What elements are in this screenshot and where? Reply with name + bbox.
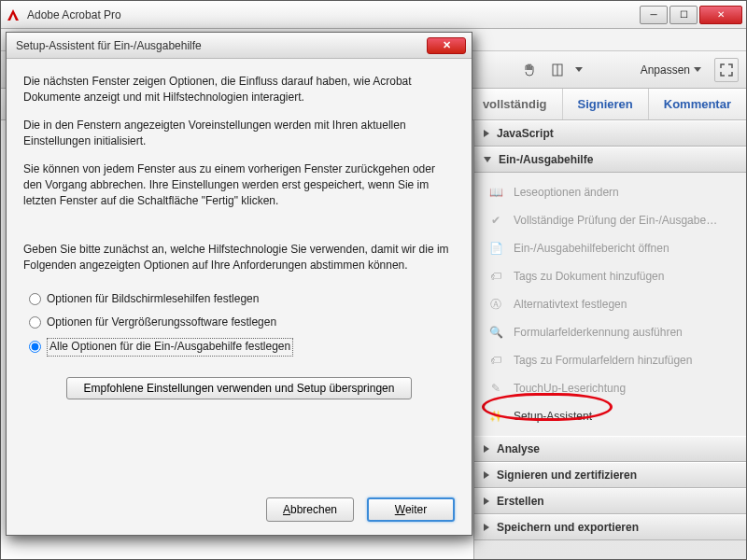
setup-wizard-dialog: Setup-Assistent für Ein-/Ausgabehilfe ✕ …: [6, 32, 472, 536]
customize-label: Anpassen: [641, 63, 690, 77]
tool-label: Leseoptionen ändern: [514, 186, 619, 199]
dialog-paragraph: Geben Sie bitte zunächst an, welche Hilf…: [23, 242, 455, 274]
maximize-button[interactable]: ☐: [669, 6, 698, 24]
chevron-right-icon: [484, 445, 489, 453]
dropdown-caret-icon[interactable]: [575, 67, 583, 72]
section-analyse[interactable]: Analyse: [474, 436, 746, 462]
tool-label: Vollständige Prüfung der Ein-/Ausgabe…: [514, 214, 717, 227]
app-title: Adobe Acrobat Pro: [27, 8, 638, 21]
radio-label: Optionen für Vergrößerungssoftware festl…: [47, 315, 276, 330]
tool-label: Tags zu Formularfeldern hinzufügen: [514, 354, 692, 367]
hand-tool-icon[interactable]: [519, 60, 540, 80]
radio-input[interactable]: [29, 341, 41, 353]
section-label: Signieren und zertifizieren: [497, 469, 637, 482]
tool-label: Alternativtext festlegen: [514, 298, 627, 311]
tool-label: Setup-Assistent: [514, 410, 592, 423]
tool-label: TouchUp-Leserichtung: [514, 382, 626, 395]
tab-signieren[interactable]: Signieren: [562, 89, 648, 119]
dialog-close-button[interactable]: ✕: [427, 37, 466, 54]
section-accessibility-body: 📖Leseoptionen ändern ✔Vollständige Prüfu…: [474, 173, 746, 436]
tool-label: Tags zu Dokument hinzufügen: [514, 270, 664, 283]
check-circle-icon: ✔: [487, 212, 504, 229]
radio-group: Optionen für Bildschirmlesehilfen festle…: [29, 287, 455, 360]
chevron-down-icon: [484, 157, 491, 162]
chevron-right-icon: [484, 130, 489, 137]
tool-pruefung[interactable]: ✔Vollständige Prüfung der Ein-/Ausgabe…: [474, 206, 746, 234]
tool-tagsdoc[interactable]: 🏷Tags zu Dokument hinzufügen: [474, 262, 746, 290]
tag-icon: 🏷: [487, 268, 504, 285]
dialog-footer: Abbrechen Weiter: [266, 497, 455, 522]
radio-screenreader[interactable]: Optionen für Bildschirmlesehilfen festle…: [29, 287, 455, 311]
minimize-button[interactable]: ─: [640, 6, 668, 24]
use-recommended-button[interactable]: Empfohlene Einstellungen verwenden und S…: [66, 377, 413, 399]
acrobat-logo-icon: [5, 7, 21, 23]
touchup-icon: ✎: [487, 380, 504, 397]
app-titlebar[interactable]: Adobe Acrobat Pro ─ ☐ ✕: [1, 1, 746, 29]
tool-touchup[interactable]: ✎TouchUp-Leserichtung: [474, 374, 746, 402]
section-label: Speichern und exportieren: [497, 521, 639, 534]
dialog-titlebar[interactable]: Setup-Assistent für Ein-/Ausgabehilfe ✕: [7, 33, 472, 59]
section-label: JavaScript: [497, 127, 554, 140]
caret-icon: [694, 67, 701, 72]
close-button[interactable]: ✕: [699, 6, 742, 24]
dialog-paragraph: Sie können von jedem Fenster aus zu eine…: [23, 161, 455, 210]
report-icon: 📄: [487, 240, 504, 257]
wand-icon: ✨: [487, 408, 504, 425]
radio-all-options[interactable]: Alle Optionen für die Ein-/Ausgabehilfe …: [29, 334, 455, 359]
tool-setup-assistent[interactable]: ✨Setup-Assistent: [474, 402, 746, 430]
tag-form-icon: 🏷: [487, 352, 504, 369]
text-icon: Ⓐ: [487, 296, 504, 313]
tool-formfeld[interactable]: 🔍Formularfelderkennung ausführen: [474, 318, 746, 346]
section-speichern[interactable]: Speichern und exportieren: [474, 514, 746, 540]
section-javascript[interactable]: JavaScript: [474, 120, 746, 147]
dialog-paragraph: Die nächsten Fenster zeigen Optionen, di…: [23, 74, 455, 106]
radio-input[interactable]: [29, 293, 41, 305]
radio-label: Optionen für Bildschirmlesehilfen festle…: [47, 291, 259, 307]
radio-magnifier[interactable]: Optionen für Vergrößerungssoftware festl…: [29, 311, 455, 334]
chevron-right-icon: [484, 524, 489, 531]
tool-tagsform[interactable]: 🏷Tags zu Formularfeldern hinzufügen: [474, 346, 746, 374]
dialog-paragraph: Die in den Fenstern angezeigten Voreinst…: [23, 118, 455, 150]
section-label: Ein-/Ausgabehilfe: [499, 153, 593, 166]
tool-label: Formularfelderkennung ausführen: [514, 326, 683, 339]
chevron-right-icon: [484, 497, 489, 505]
form-icon: 🔍: [487, 324, 504, 341]
tool-label: Ein-/Ausgabehilfebericht öffnen: [514, 242, 669, 255]
section-accessibility[interactable]: Ein-/Ausgabehilfe: [474, 147, 746, 173]
next-button[interactable]: Weiter: [367, 497, 455, 522]
dialog-body: Die nächsten Fenster zeigen Optionen, di…: [7, 59, 472, 411]
section-signieren[interactable]: Signieren und zertifizieren: [474, 462, 746, 488]
chevron-right-icon: [484, 471, 489, 479]
page-view-icon[interactable]: [547, 60, 568, 80]
customize-menu[interactable]: Anpassen: [635, 62, 707, 78]
book-icon: 📖: [487, 184, 504, 201]
dialog-title: Setup-Assistent für Ein-/Ausgabehilfe: [12, 39, 427, 52]
tab-kommentar[interactable]: Kommentar: [648, 89, 746, 119]
section-label: Analyse: [497, 442, 540, 455]
cancel-button[interactable]: Abbrechen: [266, 497, 354, 522]
radio-label: Alle Optionen für die Ein-/Ausgabehilfe …: [47, 338, 293, 356]
section-erstellen[interactable]: Erstellen: [474, 488, 746, 514]
tool-leseoptionen[interactable]: 📖Leseoptionen ändern: [474, 178, 746, 206]
tab-vollstaendig[interactable]: vollständig: [467, 89, 562, 119]
section-label: Erstellen: [497, 495, 544, 508]
tool-alttext[interactable]: ⒶAlternativtext festlegen: [474, 290, 746, 318]
radio-input[interactable]: [29, 316, 41, 329]
fullscreen-icon[interactable]: [714, 58, 739, 82]
tool-bericht[interactable]: 📄Ein-/Ausgabehilfebericht öffnen: [474, 234, 746, 262]
tools-panel: JavaScript Ein-/Ausgabehilfe 📖Leseoption…: [473, 120, 746, 559]
